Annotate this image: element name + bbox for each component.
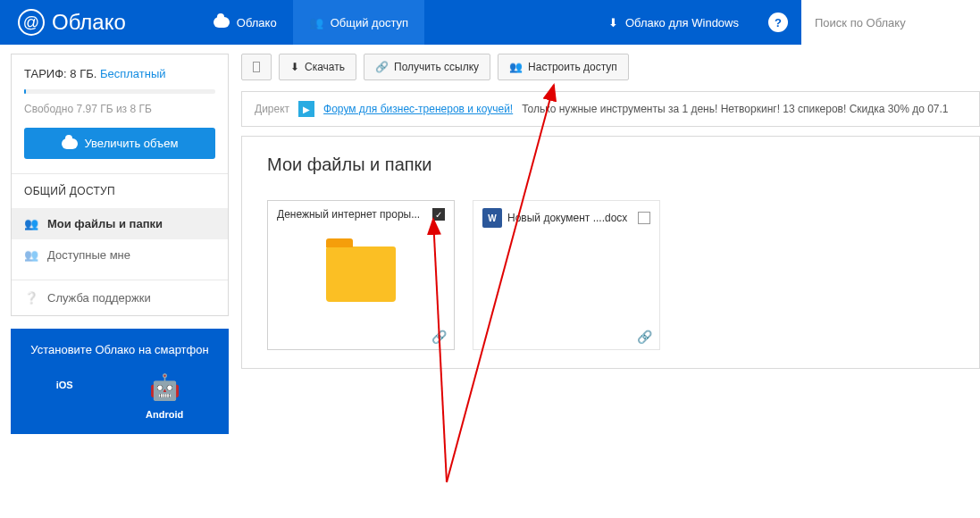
word-icon: W (482, 208, 502, 228)
platform-label: iOS (56, 380, 73, 390)
get-link-button[interactable]: 🔗 Получить ссылку (364, 54, 490, 80)
sidebar-item-label: Доступные мне (47, 248, 130, 262)
sidebar-item-label: Мои файлы и папки (47, 217, 163, 230)
ad-link[interactable]: Форум для бизнес-тренеров и коучей! (323, 103, 513, 115)
file-name: Новый документ ....docx (507, 212, 632, 224)
download-button-label: Скачать (305, 61, 345, 73)
sidebar-item-label: Служба поддержки (47, 291, 151, 305)
sidebar-item-available[interactable]: 👥 Доступные мне (12, 239, 228, 271)
people-icon: 👥 (309, 16, 323, 29)
download-icon: ⬇ (290, 61, 299, 73)
link-badge-icon: 🔗 (431, 330, 447, 344)
link-icon: 🔗 (375, 61, 389, 73)
storage-progress-fill (24, 89, 26, 94)
search-box (801, 0, 980, 45)
promo-title: Установите Облако на смартфон (20, 343, 220, 356)
ad-banner: Директ ▶ Форум для бизнес-тренеров и коу… (241, 91, 980, 127)
file-tile-folder[interactable]: Денежный интернет проры... ✓ 🔗 (267, 200, 455, 350)
tariff-plan[interactable]: Бесплатный (100, 67, 166, 80)
ad-text: Только нужные инструменты за 1 день! Нет… (522, 103, 948, 115)
files-row: Денежный интернет проры... ✓ 🔗 W Новый д… (267, 200, 954, 350)
platform-label: Android (146, 409, 183, 420)
configure-access-label: Настроить доступ (528, 61, 617, 73)
select-all-checkbox[interactable] (241, 54, 272, 80)
platform-android[interactable]: 🤖 Android (146, 372, 183, 420)
cloud-icon (214, 17, 230, 28)
configure-access-button[interactable]: 👥 Настроить доступ (498, 54, 629, 80)
people-icon: 👥 (24, 217, 38, 230)
storage-progress (24, 89, 215, 94)
sidebar: ТАРИФ: 8 ГБ. Бесплатный Свободно 7.97 ГБ… (0, 45, 229, 434)
ad-label: Директ (255, 103, 289, 115)
logo-text: Облако (52, 10, 126, 35)
android-icon: 🤖 (149, 372, 180, 402)
get-link-button-label: Получить ссылку (394, 61, 479, 73)
folder-icon (326, 246, 396, 302)
upgrade-button[interactable]: Увеличить объем (24, 128, 215, 159)
download-icon: ⬇ (608, 16, 618, 29)
logo[interactable]: @ Облако (0, 9, 144, 36)
page-title: Мои файлы и папки (267, 155, 954, 175)
link-badge-icon: 🔗 (637, 330, 652, 344)
logo-at-icon: @ (18, 9, 45, 36)
sidebar-item-support[interactable]: ❔ Служба поддержки (12, 280, 228, 315)
nav-windows-label: Облако для Windows (625, 16, 739, 29)
nav-cloud-label: Облако (237, 16, 277, 29)
nav: Облако 👥 Общий доступ (197, 0, 424, 45)
free-space: Свободно 7.97 ГБ из 8 ГБ (24, 103, 215, 115)
header: @ Облако Облако 👥 Общий доступ ⬇ Облако … (0, 0, 980, 45)
checkbox-icon (253, 62, 260, 72)
sidebar-card: ТАРИФ: 8 ГБ. Бесплатный Свободно 7.97 ГБ… (11, 54, 229, 316)
upgrade-button-label: Увеличить объем (85, 137, 179, 150)
promo-card: Установите Облако на смартфон iOS 🤖 Andr… (11, 329, 229, 434)
ad-play-icon[interactable]: ▶ (298, 101, 314, 117)
nav-cloud[interactable]: Облако (197, 0, 293, 45)
file-name: Денежный интернет проры... (277, 208, 427, 221)
tariff-label: ТАРИФ: 8 ГБ. (24, 67, 96, 80)
people-icon: 👥 (24, 248, 38, 262)
file-tile-doc[interactable]: W Новый документ ....docx 🔗 (473, 200, 660, 350)
toolbar: ⬇ Скачать 🔗 Получить ссылку 👥 Настроить … (241, 54, 980, 80)
shared-section-title: ОБЩИЙ ДОСТУП (12, 173, 228, 208)
download-button[interactable]: ⬇ Скачать (279, 54, 356, 80)
search-input[interactable] (815, 16, 967, 29)
nav-windows[interactable]: ⬇ Облако для Windows (592, 16, 755, 29)
main: ⬇ Скачать 🔗 Получить ссылку 👥 Настроить … (229, 45, 980, 434)
nav-shared[interactable]: 👥 Общий доступ (293, 0, 424, 45)
people-icon: 👥 (509, 61, 523, 73)
nav-shared-label: Общий доступ (331, 16, 408, 29)
sidebar-item-my-files[interactable]: 👥 Мои файлы и папки (12, 208, 228, 239)
file-checkbox[interactable] (638, 212, 650, 224)
header-right: ⬇ Облако для Windows ? (592, 0, 980, 45)
help-circle-icon: ❔ (24, 291, 38, 305)
platform-ios[interactable]: iOS (56, 372, 73, 420)
help-icon[interactable]: ? (768, 13, 788, 32)
file-checkbox[interactable]: ✓ (432, 208, 445, 221)
tariff-section: ТАРИФ: 8 ГБ. Бесплатный Свободно 7.97 ГБ… (12, 54, 228, 173)
cloud-icon (62, 138, 78, 149)
content-area: Мои файлы и папки Денежный интернет прор… (241, 136, 980, 369)
